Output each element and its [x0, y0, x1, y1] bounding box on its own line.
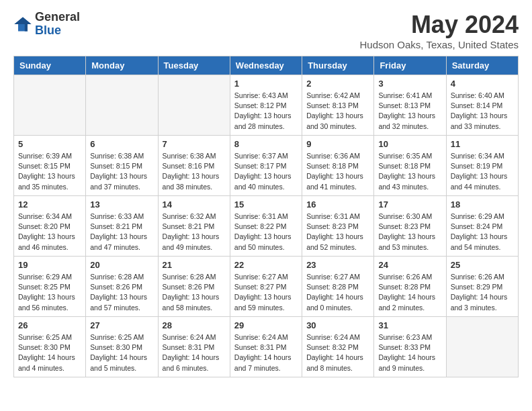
day-number: 9: [306, 139, 369, 149]
day-info: Sunrise: 6:42 AM Sunset: 8:13 PM Dayligh…: [306, 91, 369, 132]
day-info: Sunrise: 6:29 AM Sunset: 8:25 PM Dayligh…: [18, 272, 81, 313]
day-number: 10: [378, 139, 441, 149]
day-number: 26: [18, 320, 81, 330]
month-title: May 2024: [359, 11, 519, 39]
calendar-cell: 17Sunrise: 6:30 AM Sunset: 8:23 PM Dayli…: [374, 196, 446, 257]
page-header: General Blue May 2024 Hudson Oaks, Texas…: [0, 0, 532, 56]
calendar-cell: 15Sunrise: 6:31 AM Sunset: 8:22 PM Dayli…: [230, 196, 302, 257]
day-info: Sunrise: 6:40 AM Sunset: 8:14 PM Dayligh…: [451, 91, 514, 132]
day-number: 24: [378, 260, 441, 270]
day-info: Sunrise: 6:37 AM Sunset: 8:17 PM Dayligh…: [234, 151, 298, 192]
calendar-cell: 5Sunrise: 6:39 AM Sunset: 8:15 PM Daylig…: [14, 136, 86, 196]
weekday-header-saturday: Saturday: [446, 56, 518, 75]
day-number: 21: [163, 260, 226, 270]
day-number: 23: [306, 260, 369, 270]
calendar-cell: 26Sunrise: 6:25 AM Sunset: 8:30 PM Dayli…: [14, 317, 86, 377]
calendar-cell: 4Sunrise: 6:40 AM Sunset: 8:14 PM Daylig…: [446, 75, 518, 136]
weekday-header-friday: Friday: [374, 56, 446, 75]
day-info: Sunrise: 6:38 AM Sunset: 8:15 PM Dayligh…: [90, 151, 153, 192]
calendar-cell: 14Sunrise: 6:32 AM Sunset: 8:21 PM Dayli…: [158, 196, 230, 257]
day-info: Sunrise: 6:36 AM Sunset: 8:18 PM Dayligh…: [306, 151, 369, 192]
week-row-2: 12Sunrise: 6:34 AM Sunset: 8:20 PM Dayli…: [14, 196, 519, 257]
day-info: Sunrise: 6:38 AM Sunset: 8:16 PM Dayligh…: [163, 151, 226, 192]
weekday-header-monday: Monday: [86, 56, 158, 75]
calendar-cell: 22Sunrise: 6:27 AM Sunset: 8:27 PM Dayli…: [230, 257, 302, 317]
day-info: Sunrise: 6:28 AM Sunset: 8:26 PM Dayligh…: [90, 272, 153, 313]
calendar-cell: [446, 317, 518, 377]
day-number: 20: [90, 260, 153, 270]
weekday-header-thursday: Thursday: [302, 56, 374, 75]
calendar-cell: 24Sunrise: 6:26 AM Sunset: 8:28 PM Dayli…: [374, 257, 446, 317]
day-number: 13: [90, 199, 153, 210]
day-number: 15: [234, 199, 298, 210]
week-row-3: 19Sunrise: 6:29 AM Sunset: 8:25 PM Dayli…: [14, 257, 519, 317]
logo-blue: Blue: [35, 24, 80, 38]
week-row-0: 1Sunrise: 6:43 AM Sunset: 8:12 PM Daylig…: [14, 75, 519, 136]
calendar-cell: 2Sunrise: 6:42 AM Sunset: 8:13 PM Daylig…: [302, 75, 374, 136]
calendar-cell: 18Sunrise: 6:29 AM Sunset: 8:24 PM Dayli…: [446, 196, 518, 257]
day-number: 2: [306, 79, 369, 89]
calendar-cell: [14, 75, 86, 136]
week-row-1: 5Sunrise: 6:39 AM Sunset: 8:15 PM Daylig…: [14, 136, 519, 196]
calendar-cell: [158, 75, 230, 136]
day-info: Sunrise: 6:25 AM Sunset: 8:30 PM Dayligh…: [90, 332, 153, 373]
calendar-cell: 9Sunrise: 6:36 AM Sunset: 8:18 PM Daylig…: [302, 136, 374, 196]
day-info: Sunrise: 6:41 AM Sunset: 8:13 PM Dayligh…: [378, 91, 441, 132]
calendar-table: SundayMondayTuesdayWednesdayThursdayFrid…: [13, 56, 519, 377]
calendar-cell: 12Sunrise: 6:34 AM Sunset: 8:20 PM Dayli…: [14, 196, 86, 257]
calendar-wrapper: SundayMondayTuesdayWednesdayThursdayFrid…: [0, 56, 532, 384]
title-section: May 2024 Hudson Oaks, Texas, United Stat…: [359, 11, 519, 50]
day-number: 8: [234, 139, 298, 149]
day-number: 1: [234, 79, 298, 89]
calendar-cell: 19Sunrise: 6:29 AM Sunset: 8:25 PM Dayli…: [14, 257, 86, 317]
calendar-cell: 3Sunrise: 6:41 AM Sunset: 8:13 PM Daylig…: [374, 75, 446, 136]
calendar-cell: 7Sunrise: 6:38 AM Sunset: 8:16 PM Daylig…: [158, 136, 230, 196]
calendar-cell: 29Sunrise: 6:24 AM Sunset: 8:31 PM Dayli…: [230, 317, 302, 377]
calendar-cell: 6Sunrise: 6:38 AM Sunset: 8:15 PM Daylig…: [86, 136, 158, 196]
calendar-cell: 23Sunrise: 6:27 AM Sunset: 8:28 PM Dayli…: [302, 257, 374, 317]
weekday-header-tuesday: Tuesday: [158, 56, 230, 75]
calendar-cell: 1Sunrise: 6:43 AM Sunset: 8:12 PM Daylig…: [230, 75, 302, 136]
day-number: 4: [451, 79, 514, 89]
day-number: 18: [451, 199, 514, 210]
day-number: 14: [163, 199, 226, 210]
location: Hudson Oaks, Texas, United States: [359, 39, 519, 50]
day-info: Sunrise: 6:39 AM Sunset: 8:15 PM Dayligh…: [18, 151, 81, 192]
day-number: 19: [18, 260, 81, 270]
logo-text: General Blue: [35, 11, 80, 38]
day-info: Sunrise: 6:28 AM Sunset: 8:26 PM Dayligh…: [163, 272, 226, 313]
logo-general: General: [35, 11, 80, 24]
calendar-cell: 20Sunrise: 6:28 AM Sunset: 8:26 PM Dayli…: [86, 257, 158, 317]
day-info: Sunrise: 6:24 AM Sunset: 8:31 PM Dayligh…: [234, 332, 298, 373]
day-info: Sunrise: 6:26 AM Sunset: 8:29 PM Dayligh…: [451, 272, 514, 313]
day-info: Sunrise: 6:31 AM Sunset: 8:22 PM Dayligh…: [234, 212, 298, 253]
calendar-cell: 16Sunrise: 6:31 AM Sunset: 8:23 PM Dayli…: [302, 196, 374, 257]
logo: General Blue: [13, 11, 80, 38]
weekday-header-sunday: Sunday: [14, 56, 86, 75]
day-info: Sunrise: 6:23 AM Sunset: 8:33 PM Dayligh…: [378, 332, 441, 373]
day-info: Sunrise: 6:32 AM Sunset: 8:21 PM Dayligh…: [163, 212, 226, 253]
day-number: 6: [90, 139, 153, 149]
calendar-cell: 8Sunrise: 6:37 AM Sunset: 8:17 PM Daylig…: [230, 136, 302, 196]
day-number: 28: [163, 320, 226, 330]
day-number: 17: [378, 199, 441, 210]
calendar-cell: 10Sunrise: 6:35 AM Sunset: 8:18 PM Dayli…: [374, 136, 446, 196]
day-info: Sunrise: 6:30 AM Sunset: 8:23 PM Dayligh…: [378, 212, 441, 253]
day-number: 7: [163, 139, 226, 149]
week-row-4: 26Sunrise: 6:25 AM Sunset: 8:30 PM Dayli…: [14, 317, 519, 377]
calendar-cell: 11Sunrise: 6:34 AM Sunset: 8:19 PM Dayli…: [446, 136, 518, 196]
weekday-header-wednesday: Wednesday: [230, 56, 302, 75]
day-number: 12: [18, 199, 81, 210]
day-number: 25: [451, 260, 514, 270]
day-number: 30: [306, 320, 369, 330]
calendar-cell: 27Sunrise: 6:25 AM Sunset: 8:30 PM Dayli…: [86, 317, 158, 377]
weekday-header-row: SundayMondayTuesdayWednesdayThursdayFrid…: [14, 56, 519, 75]
day-number: 16: [306, 199, 369, 210]
day-number: 5: [18, 139, 81, 149]
calendar-cell: 30Sunrise: 6:24 AM Sunset: 8:32 PM Dayli…: [302, 317, 374, 377]
day-info: Sunrise: 6:25 AM Sunset: 8:30 PM Dayligh…: [18, 332, 81, 373]
day-number: 31: [378, 320, 441, 330]
day-info: Sunrise: 6:43 AM Sunset: 8:12 PM Dayligh…: [234, 91, 298, 132]
logo-icon: [13, 15, 32, 34]
day-number: 3: [378, 79, 441, 89]
